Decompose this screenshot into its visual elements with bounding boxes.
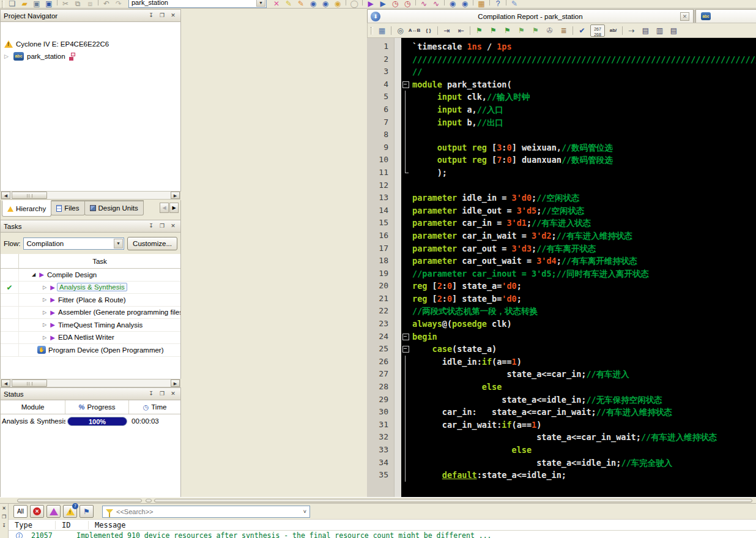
tasks-hscrollbar[interactable]: ◀ ▶ [1,379,180,387]
redo-icon[interactable]: ↷ [113,0,124,8]
close-icon[interactable]: ✕ [680,12,689,21]
bookmark-margin[interactable] [394,129,401,141]
copy-icon[interactable]: ⧉ [72,0,83,8]
start-analysis-icon[interactable]: ▶ [377,0,388,8]
bookmark-margin[interactable] [394,116,401,129]
tree-item-entity[interactable]: ▷ abc park_station [1,50,180,62]
settings-icon[interactable]: ✎ [295,0,306,8]
bookmark-margin[interactable] [394,343,401,356]
netlist-viewer-icon[interactable]: ◉ [447,0,458,8]
code-line[interactable]: 10 output reg [7:0] duanxuan//数码管段选 [367,154,756,166]
filter-warnings-button[interactable]: 7 [63,505,77,518]
bookmark-margin[interactable] [394,368,401,381]
task-row[interactable]: ▷▶EDA Netlist Writer [1,332,180,345]
filter-all-button[interactable]: All [13,505,28,518]
fold-collapse-icon[interactable] [401,343,411,356]
expander-icon[interactable]: ◢ [30,272,37,277]
bookmark-margin[interactable] [394,406,401,419]
scroll-right-icon[interactable]: ▶ [171,379,180,387]
bookmark-prev-icon[interactable]: ⚑ [501,24,514,37]
signal-tap-icon[interactable]: ∿ [418,0,429,8]
replace-icon[interactable]: A↔B [408,24,421,37]
fold-collapse-icon[interactable] [401,78,411,91]
pin-icon[interactable]: ↧ [147,12,155,20]
attach-file-icon[interactable]: ✇ [543,24,556,37]
bookmark-margin[interactable] [394,78,401,91]
code-line[interactable]: 26 idle_in:if(a==1) [367,356,756,368]
bookmark-margin[interactable] [394,419,401,432]
code-line[interactable]: 28 else [367,381,756,394]
code-line[interactable]: 30 car_in: state_a<=car_in_wait;//有车进入维持… [367,406,756,419]
tab-scroll-right-icon[interactable]: ▶ [169,203,179,213]
bookmark-margin[interactable] [394,230,401,242]
filter-errors-button[interactable]: ✕ [30,505,44,518]
bookmark-remove-icon[interactable]: ⚑ [515,24,528,37]
match-delimiter-icon[interactable]: { } [422,24,435,37]
task-label[interactable]: TimeQuest Timing Analysis [57,321,143,329]
code-line[interactable]: 17parameter car_out = 3'd3;//有车离开状态 [367,242,756,255]
scroll-thumb[interactable] [12,379,47,387]
expander-icon[interactable]: ▷ [4,53,10,59]
code-line[interactable]: 33 else [367,444,756,457]
task-label[interactable]: Program Device (Open Programmer) [47,346,164,354]
gripper-bar[interactable] [17,499,142,503]
paste-icon[interactable]: ⧈ [84,0,95,8]
code-line[interactable]: 25 case(state_a) [367,343,756,356]
close-icon[interactable]: ✕ [169,390,177,398]
bookmark-margin[interactable] [394,293,401,305]
pin-assignments-icon[interactable]: ◉ [320,0,331,8]
context-help-icon[interactable]: ✎ [509,0,520,8]
code-line[interactable]: 23always@(posedge clk) [367,318,756,331]
bookmark-margin[interactable] [394,242,401,255]
code-line[interactable]: 24begin [367,331,756,343]
filter-critical-warnings-button[interactable] [46,505,61,518]
start-compilation-icon[interactable]: ▶ [365,0,376,8]
code-line[interactable]: 2///////////////////////////////////////… [367,53,756,66]
tab-files[interactable]: Files [51,200,84,215]
bookmark-margin[interactable] [394,469,401,482]
code-line[interactable]: 4module park_station( [367,78,756,91]
task-label[interactable]: EDA Netlist Writer [57,334,114,341]
programmer-setup-icon[interactable]: ◉ [332,0,343,8]
task-row[interactable]: ✋Program Device (Open Programmer) [1,344,180,357]
format-block-icon[interactable]: ▤ [639,24,652,37]
bookmark-remove-all-icon[interactable]: ⚑ [529,24,542,37]
expander-icon[interactable]: ▷ [41,297,48,302]
chevron-down-icon[interactable]: ▼ [256,0,265,7]
tab-compilation-report[interactable]: ⬇ Compilation Report - park_station ✕ [367,9,694,23]
toolbar-grip[interactable] [2,1,4,8]
run-task-icon[interactable]: ▶ [48,309,57,316]
code-line[interactable]: 20reg [2:0] state_a='d0; [367,280,756,293]
bookmark-next-icon[interactable]: ⚑ [487,24,500,37]
run-task-icon[interactable]: ▶ [37,271,46,278]
code-line[interactable]: 6 input a,//入口 [367,103,756,116]
code-line[interactable]: 1`timescale 1ns / 1ps [367,40,756,53]
project-selector[interactable]: park_station ▼ [128,0,267,8]
code-line[interactable]: 8 [367,129,756,141]
bookmark-margin[interactable] [394,166,401,179]
bookmark-margin[interactable] [394,431,401,444]
bookmark-margin[interactable] [394,204,401,217]
float-icon[interactable]: ❐ [1,514,7,520]
customize-button[interactable]: Customize... [127,237,177,250]
bookmark-margin[interactable] [394,141,401,154]
format-wrap-icon[interactable]: ▤ [667,24,680,37]
new-file-icon[interactable]: ❏ [7,0,18,8]
float-icon[interactable]: ❐ [158,390,166,398]
code-line[interactable]: 7 input b,//出口 [367,116,756,129]
pin-icon[interactable]: ↧ [147,390,155,398]
find-icon[interactable]: ◎ [394,24,407,37]
code-line[interactable]: 34 state_a<=idle_in;//车完全驶入 [367,457,756,469]
code-line[interactable]: 12 [367,179,756,192]
code-editor[interactable]: 1`timescale 1ns / 1ps2//////////////////… [367,38,756,498]
expander-icon[interactable]: ▷ [41,285,48,290]
task-row[interactable]: ▷▶Assembler (Generate programming files) [1,307,180,319]
close-icon[interactable]: ✕ [1,505,7,512]
float-icon[interactable]: ❐ [158,222,166,230]
expander-icon[interactable]: ▷ [41,335,48,340]
timequest-icon[interactable]: ◷ [390,0,401,8]
tab-hierarchy[interactable]: Hierarchy [2,200,51,217]
insert-template-icon[interactable]: ≣ [557,24,570,37]
code-line[interactable]: 11 ); [367,166,756,179]
gripper-bar[interactable] [154,499,752,503]
